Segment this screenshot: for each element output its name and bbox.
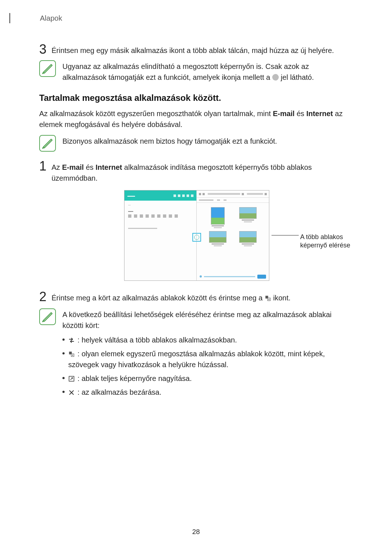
note-icon (39, 60, 56, 77)
close-icon (68, 389, 75, 396)
li-text: : olyan elemek egyszerű megosztása alkal… (68, 350, 325, 369)
step1-b2: Internet (95, 163, 122, 171)
li-text: : helyek váltása a több ablakos alkalmaz… (75, 336, 237, 344)
email-pane: ▬▬▬ — ▬▬ (124, 190, 197, 280)
step-text: Érintse meg a kört az alkalmazás ablakok… (52, 292, 290, 303)
step-2: 2 Érintse meg a kört az alkalmazás ablak… (39, 292, 354, 303)
intro-p1: Az alkalmazások között egyszerűen megosz… (39, 110, 273, 118)
step1-b1: E-mail (62, 163, 84, 171)
step2-p1: Érintse meg a kört az alkalmazás ablakok… (52, 294, 265, 302)
drag-content-icon (265, 295, 271, 301)
step-text: Az E-mail és Internet alkalmazások indít… (52, 161, 354, 184)
intro-paragraph: Az alkalmazások között egyszerűen megosz… (39, 108, 354, 130)
note1-part1: Ugyanaz az alkalmazás elindítható a mego… (62, 62, 309, 81)
drag-content-icon (68, 351, 75, 357)
note-text-3: A következő beállítási lehetőségek eléré… (62, 308, 354, 401)
swap-icon (68, 337, 75, 344)
list-item: : az alkalmazás bezárása. (62, 387, 354, 398)
step-number: 2 (39, 290, 52, 303)
note3-intro: A következő beállítási lehetőségek eléré… (62, 309, 354, 331)
step1-mid: és (84, 163, 95, 171)
note3-list: : helyek váltása a több ablakos alkalmaz… (62, 335, 354, 398)
figure-multiwindow: ▬▬▬ — ▬▬ (39, 190, 354, 281)
list-item: : olyan elemek egyszerű megosztása alkal… (62, 348, 354, 370)
step-text: Érintsen meg egy másik alkalmazás ikont … (52, 44, 334, 56)
note-text-2: Bizonyos alkalmazások nem biztos hogy tá… (62, 135, 277, 147)
step-number: 3 (39, 43, 52, 56)
intro-b2: Internet (306, 110, 333, 118)
li-text: : az alkalmazás bezárása. (75, 388, 162, 396)
note1-part2: jel látható. (281, 73, 314, 81)
step1-p1: Az (52, 163, 62, 171)
note-block-1: Ugyanaz az alkalmazás elindítható a mego… (39, 60, 354, 83)
li-text: : ablak teljes képernyőre nagyítása. (75, 374, 192, 382)
section-title: Alapok (18, 13, 354, 23)
page-number: 28 (0, 528, 392, 536)
note-icon (39, 308, 56, 325)
tablet-screenshot: ▬▬▬ — ▬▬ (124, 190, 269, 281)
svg-point-2 (268, 299, 269, 300)
step-number: 1 (39, 160, 52, 173)
list-item: : ablak teljes képernyőre nagyítása. (62, 373, 354, 384)
callout-line1: A több ablakos (300, 233, 358, 241)
list-item: : helyek váltása a több ablakos alkalmaz… (62, 335, 354, 345)
note-text-1: Ugyanaz az alkalmazás elindítható a mego… (62, 60, 354, 83)
callout-line2: képernyő elérése (300, 241, 358, 250)
step2-p2: ikont. (271, 294, 290, 302)
multiwindow-badge-icon (272, 74, 279, 81)
callout: A több ablakos képernyő elérése (271, 233, 358, 250)
step-1: 1 Az E-mail és Internet alkalmazások ind… (39, 161, 354, 184)
svg-point-5 (72, 355, 73, 356)
note-block-3: A következő beállítási lehetőségek eléré… (39, 308, 354, 401)
intro-mid: és (295, 110, 306, 118)
step-3: 3 Érintsen meg egy másik alkalmazás ikon… (39, 44, 354, 56)
maximize-icon (68, 376, 75, 382)
intro-b1: E-mail (273, 110, 295, 118)
internet-pane (197, 190, 269, 280)
heading-share-content: Tartalmak megosztása alkalmazások között… (39, 93, 354, 103)
note-block-2: Bizonyos alkalmazások nem biztos hogy tá… (39, 135, 354, 152)
note-icon (39, 135, 56, 152)
section-header: Alapok (9, 13, 354, 23)
multiwindow-handle (192, 233, 201, 242)
